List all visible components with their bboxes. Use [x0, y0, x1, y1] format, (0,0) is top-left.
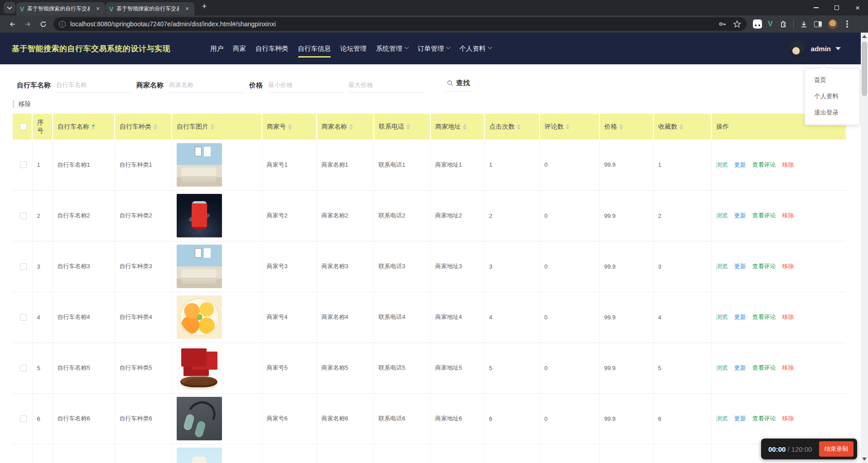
sort-desc-icon[interactable] [92, 127, 95, 130]
row-action-3[interactable]: 查看评论 [752, 212, 776, 219]
user-menu-item-2[interactable]: 个人资料 [805, 88, 859, 105]
sort-asc-icon[interactable] [406, 124, 410, 126]
column-header-3[interactable]: 自行车种类 [115, 114, 172, 140]
nav-item-4[interactable]: 自行车信息 [298, 41, 331, 57]
url-text[interactable]: localhost:8080/springbootau72407e/admin/… [70, 20, 714, 28]
tab-close-button[interactable]: × [94, 5, 101, 13]
nav-item-7[interactable]: 订单管理 [418, 41, 450, 57]
sort-asc-icon[interactable] [619, 124, 623, 126]
sort-desc-icon[interactable] [463, 127, 467, 130]
row-checkbox[interactable] [20, 365, 27, 371]
row-action-1[interactable]: 浏览 [716, 364, 728, 371]
row-action-2[interactable]: 更新 [734, 313, 746, 320]
sort-desc-icon[interactable] [349, 127, 353, 130]
column-header-2[interactable]: 自行车名称 [53, 114, 115, 140]
extensions-puzzle-icon[interactable] [779, 20, 787, 29]
sort-asc-icon[interactable] [517, 124, 521, 126]
sort-desc-icon[interactable] [154, 127, 157, 130]
price-min-input[interactable] [268, 77, 343, 93]
password-key-icon[interactable] [719, 20, 727, 28]
tab-2[interactable]: V基于智能搜索的自行车交易系统× [106, 2, 194, 15]
side-panel-icon[interactable] [814, 21, 822, 27]
nav-item-5[interactable]: 论坛管理 [340, 41, 366, 57]
address-bar[interactable]: i localhost:8080/springbootau72407e/admi… [53, 17, 747, 31]
row-checkbox[interactable] [20, 212, 27, 219]
minimize-button[interactable] [805, 0, 826, 15]
sort-asc-icon[interactable] [566, 124, 569, 126]
user-box[interactable]: admin [789, 40, 841, 57]
bookmark-star-icon[interactable] [733, 20, 741, 28]
row-action-3[interactable]: 查看评论 [752, 364, 776, 371]
row-checkbox[interactable] [20, 263, 27, 270]
nav-item-6[interactable]: 系统管理 [376, 41, 408, 57]
nav-item-8[interactable]: 个人资料 [459, 41, 492, 57]
column-header-12[interactable]: 收藏数 [653, 114, 711, 140]
column-header-8[interactable]: 商家地址 [430, 114, 484, 140]
column-header-4[interactable]: 自行车图片 [172, 114, 262, 140]
user-menu-item-1[interactable]: 首页 [805, 72, 859, 88]
sort-asc-icon[interactable] [92, 124, 95, 126]
row-action-3[interactable]: 查看评论 [752, 313, 776, 320]
back-button[interactable] [6, 18, 19, 30]
tab-search-button[interactable] [4, 2, 15, 14]
sort-desc-icon[interactable] [619, 127, 623, 130]
tab-close-button[interactable]: × [183, 5, 191, 13]
row-action-2[interactable]: 更新 [734, 161, 746, 168]
row-action-4[interactable]: 移除 [782, 313, 794, 320]
row-action-4[interactable]: 移除 [782, 212, 794, 219]
column-header-6[interactable]: 商家名称 [317, 114, 374, 140]
row-action-3[interactable]: 查看评论 [752, 415, 776, 422]
scroll-down-icon[interactable] [862, 458, 867, 461]
nav-item-3[interactable]: 自行车种类 [256, 41, 289, 57]
bike-name-input[interactable] [56, 77, 131, 93]
row-action-2[interactable]: 更新 [734, 364, 746, 371]
column-header-10[interactable]: 评论数 [540, 114, 599, 140]
row-checkbox[interactable] [20, 314, 27, 321]
row-action-1[interactable]: 浏览 [716, 313, 728, 320]
scrollbar-thumb[interactable] [862, 42, 867, 96]
sort-desc-icon[interactable] [211, 127, 214, 130]
sort-asc-icon[interactable] [463, 124, 467, 126]
row-action-2[interactable]: 更新 [734, 415, 746, 422]
sort-asc-icon[interactable] [211, 124, 214, 126]
nav-item-2[interactable]: 商家 [233, 41, 246, 57]
new-tab-button[interactable]: + [198, 0, 210, 12]
browser-profile-avatar[interactable] [828, 19, 838, 29]
sort-desc-icon[interactable] [517, 127, 521, 130]
row-checkbox[interactable] [20, 415, 27, 422]
vue-devtools-icon[interactable]: V [768, 20, 773, 28]
column-header-11[interactable]: 价格 [599, 114, 653, 140]
column-header-9[interactable]: 点击次数 [484, 114, 540, 140]
browser-menu-icon[interactable] [846, 23, 848, 25]
row-action-4[interactable]: 移除 [782, 161, 794, 168]
sort-desc-icon[interactable] [288, 127, 292, 130]
row-action-1[interactable]: 浏览 [716, 161, 728, 168]
scroll-up-icon[interactable] [862, 35, 867, 38]
row-action-1[interactable]: 浏览 [716, 263, 728, 270]
select-all-checkbox[interactable] [20, 123, 27, 130]
nav-item-1[interactable]: 用户 [210, 41, 223, 57]
reload-button[interactable] [37, 18, 49, 30]
sort-asc-icon[interactable] [288, 124, 292, 126]
tab-1[interactable]: V基于智能搜索的自行车交易系统× [16, 2, 105, 15]
row-action-2[interactable]: 更新 [734, 263, 746, 270]
bulk-remove-button[interactable]: 移除 [13, 100, 31, 108]
site-info-icon[interactable]: i [59, 21, 66, 28]
row-action-3[interactable]: 查看评论 [752, 161, 776, 168]
search-button[interactable]: 查找 [445, 79, 473, 92]
row-action-4[interactable]: 移除 [782, 364, 794, 371]
sort-desc-icon[interactable] [566, 127, 569, 130]
row-action-3[interactable]: 查看评论 [752, 263, 776, 270]
downloads-icon[interactable] [800, 20, 808, 29]
row-checkbox[interactable] [20, 161, 27, 168]
extension-oo-icon[interactable] [753, 19, 762, 29]
row-action-1[interactable]: 浏览 [716, 212, 728, 219]
row-action-4[interactable]: 移除 [782, 263, 794, 270]
maximize-button[interactable] [826, 0, 847, 15]
row-action-1[interactable]: 浏览 [716, 415, 728, 422]
sort-asc-icon[interactable] [154, 124, 157, 126]
merchant-name-input[interactable] [169, 77, 244, 93]
price-max-input[interactable] [348, 77, 423, 93]
stop-recording-button[interactable]: 结束录制 [819, 441, 854, 457]
sort-desc-icon[interactable] [406, 127, 410, 130]
